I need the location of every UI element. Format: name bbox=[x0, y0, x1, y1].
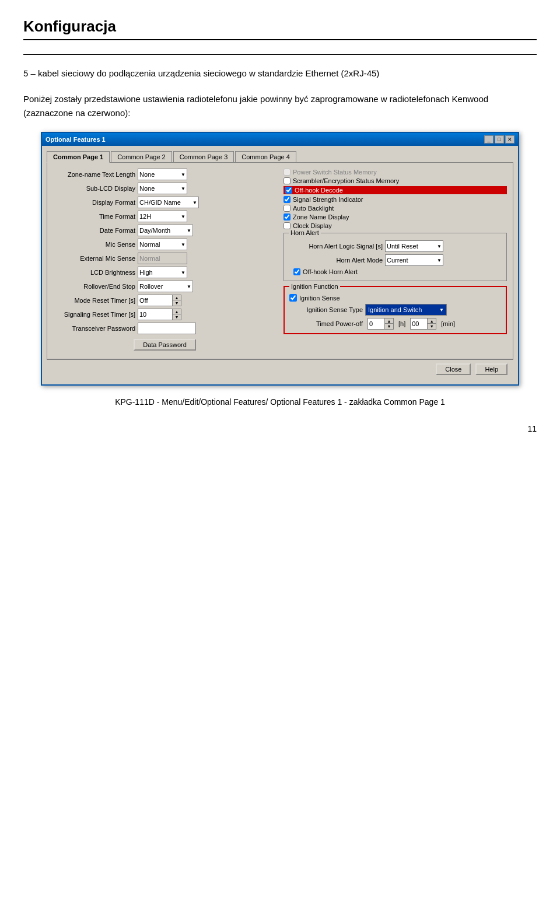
rollover-row: Rollover/End Stop Rollover ▼ bbox=[53, 281, 276, 292]
minimize-button[interactable]: _ bbox=[484, 135, 494, 144]
ext-mic-sense-select: Normal bbox=[138, 253, 187, 264]
lcd-brightness-label: LCD Brightness bbox=[53, 269, 138, 276]
zone-name-arrow: ▼ bbox=[181, 172, 186, 177]
transceiver-pw-input[interactable] bbox=[138, 323, 196, 334]
clock-display-item: Clock Display bbox=[284, 222, 507, 229]
auto-backlight-item: Auto Backlight bbox=[284, 205, 507, 212]
ignition-sense-type-row: Ignition Sense Type Ignition and Switch … bbox=[289, 304, 501, 316]
dialog-title: Optional Features 1 bbox=[46, 136, 106, 143]
signal-strength-checkbox[interactable] bbox=[284, 196, 290, 203]
help-button[interactable]: Help bbox=[475, 363, 508, 375]
timed-h-spin: ▲ ▼ bbox=[368, 318, 394, 330]
mic-sense-select[interactable]: Normal ▼ bbox=[138, 239, 187, 250]
ign-select-arrow: ▼ bbox=[439, 307, 444, 313]
date-format-arrow: ▼ bbox=[187, 228, 191, 233]
signaling-reset-down[interactable]: ▼ bbox=[173, 314, 181, 320]
timed-h-up[interactable]: ▲ bbox=[385, 318, 393, 324]
rollover-arrow: ▼ bbox=[187, 284, 191, 289]
horn-logic-label: Horn Alert Logic Signal [s] bbox=[289, 243, 385, 250]
timed-min-input[interactable] bbox=[410, 318, 428, 330]
lcd-brightness-arrow: ▼ bbox=[181, 270, 186, 275]
lcd-brightness-control: High ▼ bbox=[138, 267, 276, 278]
timed-h-down[interactable]: ▼ bbox=[385, 324, 393, 329]
sub-lcd-select[interactable]: None ▼ bbox=[138, 183, 187, 194]
ext-mic-sense-control: Normal bbox=[138, 253, 276, 264]
tab-common-page-2[interactable]: Common Page 2 bbox=[111, 151, 172, 162]
intro-paragraph1: 5 – kabel sieciowy do podłączenia urządz… bbox=[23, 66, 537, 80]
transceiver-pw-label: Transceiver Password bbox=[53, 325, 138, 332]
signaling-reset-control: ▲ ▼ bbox=[138, 309, 276, 320]
rollover-control: Rollover ▼ bbox=[138, 281, 276, 292]
sub-lcd-row: Sub-LCD Display None ▼ bbox=[53, 183, 276, 194]
signaling-reset-spinbtns: ▲ ▼ bbox=[173, 309, 181, 320]
signaling-reset-up[interactable]: ▲ bbox=[173, 309, 181, 314]
transceiver-pw-control bbox=[138, 323, 276, 334]
offhook-decode-checkbox[interactable] bbox=[285, 187, 292, 194]
horn-alert-groupbox: Horn Alert Horn Alert Logic Signal [s] U… bbox=[284, 233, 507, 281]
ignition-sense-type-label: Ignition Sense Type bbox=[289, 306, 365, 313]
sub-lcd-arrow: ▼ bbox=[181, 186, 186, 191]
zone-name-select[interactable]: None ▼ bbox=[138, 169, 187, 180]
horn-logic-spin: Until Reset ▼ bbox=[385, 240, 443, 252]
auto-backlight-checkbox[interactable] bbox=[284, 205, 290, 212]
data-password-row: Data Password bbox=[53, 339, 276, 351]
sub-lcd-label: Sub-LCD Display bbox=[53, 185, 138, 192]
clock-display-checkbox[interactable] bbox=[284, 222, 290, 229]
intro-paragraph2: Poniżej zostały przedstawione ustawienia… bbox=[23, 92, 537, 120]
timed-min-spinbtns: ▲ ▼ bbox=[428, 318, 436, 330]
horn-logic-select[interactable]: Until Reset ▼ bbox=[385, 240, 443, 252]
zone-name-display-checkbox[interactable] bbox=[284, 214, 290, 220]
rollover-label: Rollover/End Stop bbox=[53, 283, 138, 290]
horn-mode-arrow: ▼ bbox=[437, 258, 442, 263]
close-button[interactable]: Close bbox=[436, 363, 471, 375]
timed-min-down[interactable]: ▼ bbox=[428, 324, 436, 329]
time-format-row: Time Format 12H ▼ bbox=[53, 211, 276, 222]
scrambler-checkbox[interactable] bbox=[284, 177, 290, 184]
horn-mode-select[interactable]: Current ▼ bbox=[385, 254, 443, 266]
tab-common-page-1[interactable]: Common Page 1 bbox=[47, 151, 110, 163]
tab-common-page-3[interactable]: Common Page 3 bbox=[173, 151, 235, 162]
ext-mic-sense-row: External Mic Sense Normal bbox=[53, 253, 276, 264]
mode-reset-input[interactable] bbox=[138, 295, 173, 306]
timed-h-spinbtns: ▲ ▼ bbox=[385, 318, 394, 330]
rollover-select[interactable]: Rollover ▼ bbox=[138, 281, 193, 292]
date-format-row: Date Format Day/Month ▼ bbox=[53, 225, 276, 236]
mode-reset-spin: ▲ ▼ bbox=[138, 295, 181, 306]
date-format-select[interactable]: Day/Month ▼ bbox=[138, 225, 193, 236]
lcd-brightness-select[interactable]: High ▼ bbox=[138, 267, 187, 278]
power-switch-checkbox[interactable] bbox=[284, 169, 290, 176]
mode-reset-spinbtns: ▲ ▼ bbox=[173, 295, 181, 306]
data-password-button[interactable]: Data Password bbox=[134, 339, 196, 351]
page-title: Konfiguracja bbox=[23, 18, 537, 40]
mode-reset-row: Mode Reset Timer [s] ▲ ▼ bbox=[53, 295, 276, 306]
close-button[interactable]: ✕ bbox=[505, 135, 514, 144]
tab-common-page-4[interactable]: Common Page 4 bbox=[235, 151, 296, 162]
lcd-brightness-row: LCD Brightness High ▼ bbox=[53, 267, 276, 278]
signal-strength-item: Signal Strength Indicator bbox=[284, 196, 507, 203]
power-switch-item: Power Switch Status Memory bbox=[284, 169, 507, 176]
display-format-select[interactable]: CH/GID Name ▼ bbox=[138, 197, 199, 208]
time-format-select[interactable]: 12H ▼ bbox=[138, 211, 187, 222]
mode-reset-up[interactable]: ▲ bbox=[173, 295, 181, 300]
timed-poweroff-label: Timed Power-off bbox=[289, 320, 365, 327]
signaling-reset-label: Signaling Reset Timer [s] bbox=[53, 311, 138, 318]
mode-reset-control: ▲ ▼ bbox=[138, 295, 276, 306]
maximize-button[interactable]: □ bbox=[495, 135, 504, 144]
ext-mic-sense-label: External Mic Sense bbox=[53, 255, 138, 262]
signaling-reset-input[interactable] bbox=[138, 309, 173, 320]
dialog-footer: Close Help bbox=[47, 359, 513, 380]
dialog-caption: KPG-111D - Menu/Edit/Optional Features/ … bbox=[23, 397, 537, 407]
display-format-arrow: ▼ bbox=[192, 200, 197, 205]
offhook-horn-checkbox[interactable] bbox=[293, 268, 300, 275]
date-format-label: Date Format bbox=[53, 227, 138, 234]
ignition-sense-checkbox[interactable] bbox=[289, 294, 297, 302]
timed-h-unit: [h] bbox=[398, 320, 405, 327]
timed-h-input[interactable] bbox=[368, 318, 385, 330]
ignition-sense-type-select[interactable]: Ignition and Switch ▼ bbox=[365, 304, 447, 316]
ignition-sense-label: Ignition Sense bbox=[299, 295, 340, 302]
optional-features-dialog: Optional Features 1 _ □ ✕ Common Page 1 … bbox=[41, 132, 519, 386]
horn-logic-row: Horn Alert Logic Signal [s] Until Reset … bbox=[289, 240, 502, 252]
timed-min-up[interactable]: ▲ bbox=[428, 318, 436, 324]
display-format-control: CH/GID Name ▼ bbox=[138, 197, 276, 208]
mode-reset-down[interactable]: ▼ bbox=[173, 300, 181, 306]
